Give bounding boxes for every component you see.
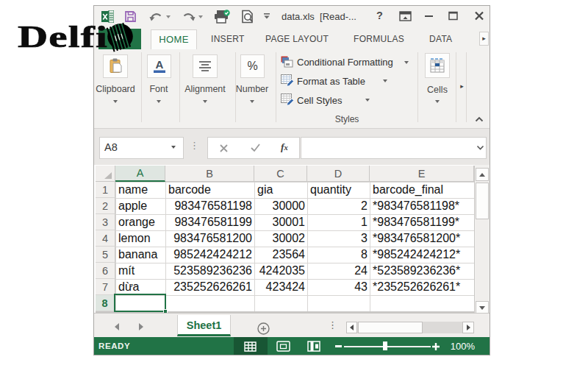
svg-text:A: A	[155, 58, 163, 71]
